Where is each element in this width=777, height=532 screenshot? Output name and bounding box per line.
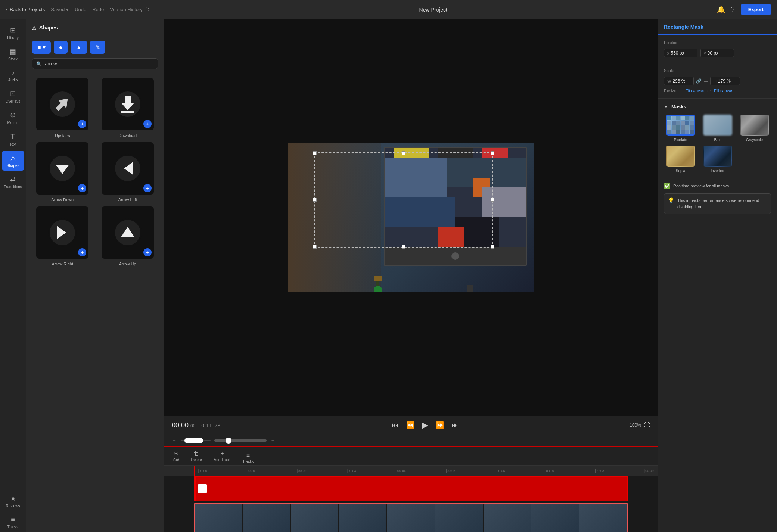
red-track[interactable] bbox=[194, 476, 628, 501]
time-display: 00:00 00 00:11 28 bbox=[172, 421, 220, 429]
ruler-mark-3: |00:03 bbox=[347, 469, 356, 473]
handle-top-middle[interactable] bbox=[402, 151, 405, 155]
ruler-mark-5: |00:05 bbox=[446, 469, 455, 473]
zoom-in-icon[interactable]: ＋ bbox=[270, 437, 276, 444]
fit-canvas-button[interactable]: Fit canvas bbox=[686, 88, 704, 93]
sidebar-item-audio[interactable]: ♪ Audio bbox=[2, 66, 24, 85]
mask-item-sepia[interactable]: Sepia bbox=[664, 146, 697, 173]
shape-item-arrow-right[interactable]: + Arrow Right bbox=[32, 206, 93, 266]
video-thumb-5 bbox=[387, 504, 435, 532]
handle-bottom-left[interactable] bbox=[313, 245, 317, 249]
text-icon: T bbox=[10, 132, 15, 141]
sidebar-item-overlays[interactable]: ⊡ Overlays bbox=[2, 87, 24, 106]
sidebar-item-motion[interactable]: ⊙ Motion bbox=[2, 108, 24, 128]
handle-bottom-right[interactable] bbox=[491, 245, 494, 249]
upstairs-svg bbox=[47, 89, 77, 119]
circle-icon: ● bbox=[59, 44, 63, 50]
delete-tool[interactable]: 🗑 Delete bbox=[188, 449, 205, 463]
zoom-out-icon[interactable]: － bbox=[172, 437, 177, 444]
shape-item-arrow-down[interactable]: + Arrow Down bbox=[32, 142, 93, 202]
scrub-thumb[interactable] bbox=[226, 438, 231, 444]
tracks-icon: ≡ bbox=[246, 452, 250, 459]
skip-end-button[interactable]: ⏭ bbox=[450, 420, 460, 431]
current-time: 00:00 00 bbox=[172, 421, 195, 429]
sidebar-item-text[interactable]: T Text bbox=[2, 129, 24, 149]
fullscreen-button[interactable]: ⛶ bbox=[644, 422, 650, 429]
handle-right-middle[interactable] bbox=[491, 198, 494, 202]
mask-item-inverted[interactable]: Inverted bbox=[701, 146, 734, 173]
dropdown-icon: ▾ bbox=[66, 7, 69, 12]
sidebar-item-library[interactable]: ⊞ Library bbox=[2, 23, 24, 43]
sidebar-label-library: Library bbox=[7, 36, 19, 40]
shape-item-download[interactable]: + Download bbox=[97, 78, 158, 138]
apple-logo bbox=[451, 252, 459, 260]
red-track-icon bbox=[198, 484, 207, 493]
sidebar-item-stock[interactable]: ▤ Stock bbox=[2, 44, 24, 64]
sidebar-item-reviews[interactable]: ★ Reviews bbox=[2, 491, 24, 511]
scrub-track[interactable] bbox=[214, 439, 267, 442]
handle-top-right[interactable] bbox=[491, 151, 494, 155]
mask-item-pixelate[interactable]: Pixelate bbox=[664, 115, 697, 142]
shape-triangle-button[interactable]: ▲ bbox=[71, 41, 87, 54]
transport-controls: 00:00 00 00:11 28 ⏮ ⏪ ▶ ⏩ ⏭ 100% ⛶ bbox=[164, 416, 658, 435]
shape-square-button[interactable]: ■ ▾ bbox=[32, 41, 51, 54]
undo-button[interactable]: Undo bbox=[75, 7, 86, 12]
fill-canvas-button[interactable]: Fill canvas bbox=[714, 88, 733, 93]
shape-item-arrow-left[interactable]: + Arrow Left bbox=[97, 142, 158, 202]
saved-button[interactable]: Saved ▾ bbox=[51, 7, 69, 12]
redo-button[interactable]: Redo bbox=[92, 7, 104, 12]
add-download-button[interactable]: + bbox=[143, 120, 152, 128]
video-thumb-8 bbox=[531, 504, 579, 532]
x-field[interactable]: x 560 px bbox=[664, 49, 697, 57]
resize-row: Resize Fit canvas or Fill canvas bbox=[664, 88, 771, 93]
sidebar-item-transitions[interactable]: ⇄ Transitions bbox=[2, 172, 24, 192]
add-arrow-up-button[interactable]: + bbox=[143, 248, 152, 256]
shape-item-upstairs[interactable]: + Upstairs bbox=[32, 78, 93, 138]
add-arrow-down-button[interactable]: + bbox=[78, 184, 86, 192]
handle-top-left[interactable] bbox=[313, 151, 317, 155]
w-field[interactable]: W 296 % bbox=[664, 77, 694, 85]
add-upstairs-button[interactable]: + bbox=[78, 120, 86, 128]
mask-item-blur[interactable]: Blur bbox=[701, 115, 734, 142]
mask-thumb-sepia bbox=[666, 146, 695, 167]
project-title: New Project bbox=[156, 7, 711, 13]
notifications-button[interactable]: 🔔 bbox=[717, 6, 725, 14]
sidebar-item-shapes[interactable]: △ Shapes bbox=[2, 151, 24, 171]
skip-start-button[interactable]: ⏮ bbox=[391, 420, 400, 431]
handle-left-middle[interactable] bbox=[313, 198, 317, 202]
cut-tool[interactable]: ✂ Cut bbox=[170, 449, 182, 464]
add-track-tool[interactable]: + Add Track bbox=[211, 449, 233, 463]
shape-circle-button[interactable]: ● bbox=[54, 41, 68, 54]
volume-slider-thumb[interactable] bbox=[184, 438, 203, 443]
export-button[interactable]: Export bbox=[741, 4, 771, 15]
masks-collapse-icon[interactable]: ▼ bbox=[664, 104, 668, 109]
video-track[interactable] bbox=[194, 503, 628, 532]
shape-thumb-arrow-down: + bbox=[36, 142, 88, 195]
shape-edit-button[interactable]: ✎ bbox=[90, 41, 105, 54]
perf-text: This impacts performance so we recommend… bbox=[677, 197, 767, 210]
shape-item-arrow-up[interactable]: + Arrow Up bbox=[97, 206, 158, 266]
playhead[interactable] bbox=[194, 466, 195, 476]
search-input[interactable] bbox=[45, 61, 154, 66]
add-arrow-right-button[interactable]: + bbox=[78, 248, 86, 256]
shape-thumb-upstairs: + bbox=[36, 78, 88, 130]
play-button[interactable]: ▶ bbox=[420, 419, 430, 432]
sidebar-item-tracks[interactable]: ≡ Tracks bbox=[2, 513, 24, 532]
link-icon[interactable]: 🔗 bbox=[696, 78, 702, 84]
scale-section: Scale W 296 % 🔗 — H 179 % Resize Fit can… bbox=[658, 63, 777, 99]
shape-type-buttons: ■ ▾ ● ▲ ✎ bbox=[26, 36, 164, 58]
tracks-tool[interactable]: ≡ Tracks bbox=[240, 451, 257, 465]
handle-bottom-middle[interactable] bbox=[402, 245, 405, 249]
mask-item-grayscale[interactable]: Grayscale bbox=[738, 115, 771, 142]
fast-forward-button[interactable]: ⏩ bbox=[434, 420, 445, 431]
rewind-button[interactable]: ⏪ bbox=[405, 420, 416, 431]
back-to-projects-button[interactable]: ‹ Back to Projects bbox=[6, 7, 45, 12]
shapes-panel: △ Shapes ■ ▾ ● ▲ ✎ 🔍 bbox=[26, 19, 164, 532]
motion-icon: ⊙ bbox=[10, 111, 16, 119]
add-arrow-left-button[interactable]: + bbox=[143, 184, 152, 192]
version-history-button[interactable]: Version History ⏱ bbox=[110, 7, 149, 12]
shape-label-arrow-up: Arrow Up bbox=[119, 262, 136, 266]
h-field[interactable]: H 179 % bbox=[710, 77, 740, 85]
y-field[interactable]: y 90 px bbox=[700, 49, 734, 57]
help-button[interactable]: ? bbox=[731, 6, 735, 13]
